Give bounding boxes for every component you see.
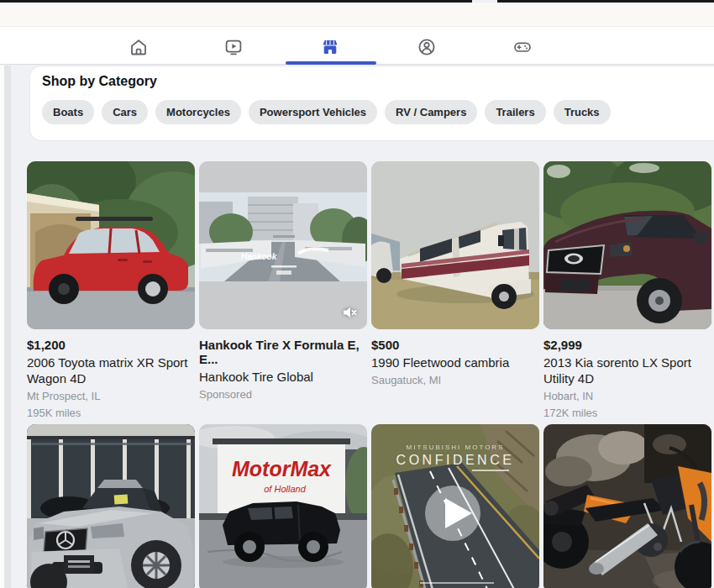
listing-title: 1990 Fleetwood cambria <box>371 354 539 370</box>
video-thumbnail-mountain-road: MITSUBISHI MOTORS CONFIDENCE <box>371 424 539 588</box>
listing-location: Mt Prospect, IL <box>27 389 195 403</box>
tab-people[interactable] <box>407 35 447 59</box>
category-pill-trailers[interactable]: Trailers <box>485 100 545 124</box>
listing-card[interactable]: $2,999 2013 Kia sorento LX Sport Utility… <box>543 161 711 420</box>
main-nav-bar <box>0 26 714 65</box>
speaker-muted-icon <box>342 304 359 321</box>
listing-photo-silver-sedan <box>27 424 195 588</box>
listing-mileage: 172K miles <box>543 406 711 420</box>
listing-location: Saugatuck, MI <box>371 373 539 387</box>
listing-card[interactable] <box>543 424 711 588</box>
section-title: Shop by Category <box>42 74 714 89</box>
listing-photo-art <box>27 161 195 329</box>
scrollbar-track[interactable] <box>4 66 11 588</box>
category-pill-cars[interactable]: Cars <box>102 100 148 124</box>
listing-card[interactable]: $500 1990 Fleetwood cambria Saugatuck, M… <box>371 161 539 387</box>
listing-price: $1,200 <box>27 338 195 352</box>
marketplace-storefront-icon <box>320 37 340 57</box>
confidence-title-text: CONFIDENCE <box>396 453 515 467</box>
shop-by-category-panel: Shop by Category Boats Cars Motorcycles … <box>29 66 714 141</box>
listing-photo-black-truck: MotorMax of Holland <box>199 424 367 588</box>
listing-price: $500 <box>371 338 539 352</box>
motormax-sign-subtext: of Holland <box>264 484 306 494</box>
listing-photo-art <box>543 161 711 329</box>
category-pill-motorcycles[interactable]: Motorcycles <box>155 100 241 124</box>
listing-photo-art <box>371 161 539 329</box>
mitsubishi-kicker-text: MITSUBISHI MOTORS <box>407 444 505 451</box>
listing-photo-orange-motorcycle <box>543 424 711 588</box>
listing-card[interactable]: MotorMax of Holland <box>199 424 367 588</box>
home-icon <box>129 37 149 57</box>
tab-marketplace[interactable] <box>310 35 350 59</box>
sponsored-video-thumbnail: Hankook <box>199 161 367 329</box>
listing-location: Hobart, IN <box>543 389 711 403</box>
listing-photo-red-hatchback <box>27 161 195 329</box>
active-tab-indicator <box>286 61 376 65</box>
gamepad-icon <box>512 37 533 57</box>
listing-price: $2,999 <box>543 338 711 352</box>
listing-title: 2006 Toyota matrix XR Sport Wagon 4D <box>27 354 195 386</box>
tab-watch[interactable] <box>213 35 254 59</box>
sponsored-video-card[interactable]: MITSUBISHI MOTORS CONFIDENCE <box>371 424 539 588</box>
hankook-brand-overlay: Hankook <box>241 252 277 261</box>
tab-home[interactable] <box>118 35 159 59</box>
top-band <box>0 3 714 26</box>
sponsored-advertiser: Hankook Tire Global <box>199 369 367 385</box>
listing-card[interactable]: $1,200 2006 Toyota matrix XR Sport Wagon… <box>27 161 195 420</box>
category-pill-powersport[interactable]: Powersport Vehicles <box>249 100 377 124</box>
listing-mileage: 195K miles <box>27 406 195 420</box>
category-pill-boats[interactable]: Boats <box>42 100 94 124</box>
listing-photo-art <box>27 424 195 588</box>
play-button-icon[interactable] <box>423 484 482 543</box>
category-pill-rv-campers[interactable]: RV / Campers <box>385 100 477 124</box>
sponsored-label: Sponsored <box>199 387 367 402</box>
sponsored-card[interactable]: Hankook Hankook Tire X Formula E, E... H… <box>199 161 367 402</box>
tab-gaming[interactable] <box>502 35 543 59</box>
listing-photo-art: MotorMax of Holland <box>199 424 367 588</box>
listing-photo-maroon-suv <box>543 161 711 329</box>
listing-photo-art <box>543 424 711 588</box>
category-pill-row: Boats Cars Motorcycles Powersport Vehicl… <box>42 100 714 124</box>
sponsored-title: Hankook Tire X Formula E, E... <box>199 338 367 366</box>
listing-title: 2013 Kia sorento LX Sport Utility 4D <box>543 354 711 386</box>
motormax-sign-text: MotorMax <box>232 457 332 480</box>
listing-photo-motorhome <box>371 161 539 329</box>
watch-video-icon <box>223 37 244 57</box>
mute-button[interactable] <box>341 303 360 322</box>
category-pill-trucks[interactable]: Trucks <box>554 100 611 124</box>
listing-card[interactable] <box>27 424 195 588</box>
people-profile-icon <box>417 37 437 57</box>
